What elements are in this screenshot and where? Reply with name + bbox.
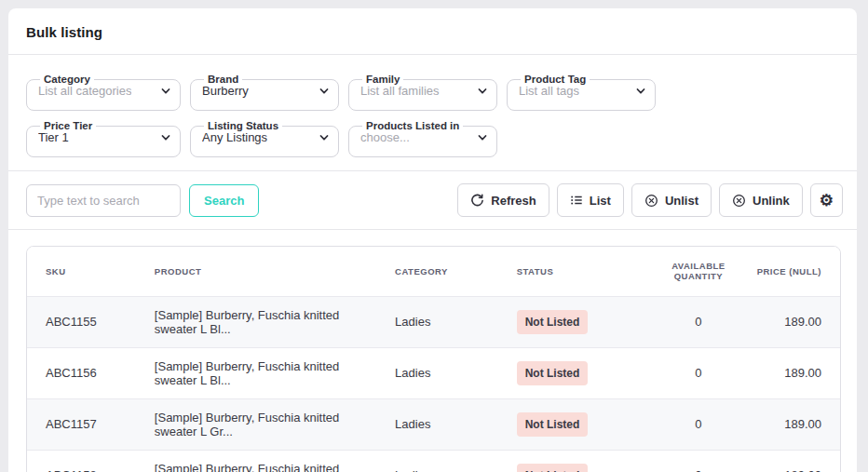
sku-cell: ABC1157 xyxy=(27,398,147,450)
sku-cell: ABC1158 xyxy=(27,450,147,472)
family-filter[interactable]: Family List all families xyxy=(348,74,497,111)
status-cell: Not Listed xyxy=(509,347,648,398)
chevron-down-icon xyxy=(478,133,487,142)
filters-section: Category List all categories Brand Burbe… xyxy=(8,55,857,171)
list-button[interactable]: List xyxy=(557,183,624,217)
filter-row-2: Price Tier Tier 1 Listing Status Any Lis… xyxy=(26,120,839,157)
table-row[interactable]: ABC1156 [Sample] Burberry, Fuschia knitt… xyxy=(27,347,840,398)
chevron-down-icon xyxy=(319,133,329,142)
product-cell: [Sample] Burberry, Fuschia knitted sweat… xyxy=(147,450,387,472)
table-row[interactable]: ABC1157 [Sample] Burberry, Fuschia knitt… xyxy=(27,398,840,450)
search-input[interactable] xyxy=(26,184,181,217)
listing-status-filter[interactable]: Listing Status Any Listings xyxy=(190,120,339,157)
category-cell: Ladies xyxy=(387,296,509,347)
filter-row-1: Category List all categories Brand Burbe… xyxy=(26,74,839,111)
column-header-category: CATEGORY xyxy=(387,247,509,296)
circle-x-icon xyxy=(644,194,658,208)
unlink-button-label: Unlink xyxy=(753,194,790,208)
settings-button[interactable]: ⚙ xyxy=(810,183,843,217)
column-header-available-quantity: AVAILABLE QUANTITY xyxy=(647,247,749,296)
sku-cell: ABC1155 xyxy=(27,296,147,347)
table-body: ABC1155 [Sample] Burberry, Fuschia knitt… xyxy=(27,296,840,472)
price-tier-filter[interactable]: Price Tier Tier 1 xyxy=(26,120,181,157)
column-header-status: STATUS xyxy=(509,247,648,296)
page-title: Bulk listing xyxy=(26,24,839,40)
table-row[interactable]: ABC1155 [Sample] Burberry, Fuschia knitt… xyxy=(27,296,840,347)
list-button-label: List xyxy=(590,194,611,208)
category-filter-value: List all categories xyxy=(38,84,131,98)
refresh-button-label: Refresh xyxy=(491,194,536,208)
products-listed-in-filter-value: choose... xyxy=(360,130,410,144)
status-badge: Not Listed xyxy=(517,361,589,385)
status-cell: Not Listed xyxy=(509,296,648,347)
column-header-product: PRODUCT xyxy=(147,247,387,296)
status-cell: Not Listed xyxy=(509,450,648,472)
product-tag-filter-value: List all tags xyxy=(519,84,579,98)
family-filter-value: List all families xyxy=(360,84,440,98)
circle-x-icon xyxy=(732,194,746,208)
price-cell: 189.00 xyxy=(750,398,840,450)
status-badge: Not Listed xyxy=(517,464,589,472)
bulk-listing-card: Bulk listing Category List all categorie… xyxy=(8,8,857,472)
refresh-icon xyxy=(470,194,484,208)
product-tag-filter[interactable]: Product Tag List all tags xyxy=(507,74,656,111)
category-cell: Ladies xyxy=(387,450,509,472)
products-table: SKU PRODUCT CATEGORY STATUS AVAILABLE QU… xyxy=(27,247,840,472)
unlink-button[interactable]: Unlink xyxy=(719,183,803,217)
listing-status-filter-value: Any Listings xyxy=(202,130,267,144)
quantity-cell: 0 xyxy=(647,398,749,450)
products-listed-in-filter[interactable]: Products Listed in choose... xyxy=(348,120,497,157)
quantity-cell: 0 xyxy=(647,296,749,347)
category-filter[interactable]: Category List all categories xyxy=(26,74,181,111)
quantity-cell: 0 xyxy=(647,450,749,472)
price-tier-filter-value: Tier 1 xyxy=(38,130,69,144)
brand-filter-value: Burberry xyxy=(202,84,249,98)
brand-filter[interactable]: Brand Burberry xyxy=(190,74,339,111)
chevron-down-icon xyxy=(161,133,170,142)
column-header-price: PRICE (NULL) xyxy=(750,247,840,296)
gear-icon: ⚙ xyxy=(820,193,834,209)
status-badge: Not Listed xyxy=(517,310,589,334)
table-header: SKU PRODUCT CATEGORY STATUS AVAILABLE QU… xyxy=(27,247,840,296)
sku-cell: ABC1156 xyxy=(27,347,147,398)
refresh-button[interactable]: Refresh xyxy=(457,183,549,217)
chevron-down-icon xyxy=(319,87,329,96)
chevron-down-icon xyxy=(161,87,170,96)
price-cell: 189.00 xyxy=(750,347,840,398)
chevron-down-icon xyxy=(636,87,645,96)
search-toolbar: Search Refresh List Unlist xyxy=(8,171,857,230)
page-header: Bulk listing xyxy=(8,8,857,55)
action-buttons: Refresh List Unlist Unlink xyxy=(457,183,843,217)
price-cell: 189.00 xyxy=(750,296,840,347)
category-cell: Ladies xyxy=(387,347,509,398)
table-row[interactable]: ABC1158 [Sample] Burberry, Fuschia knitt… xyxy=(27,450,840,472)
status-badge: Not Listed xyxy=(517,412,589,437)
status-cell: Not Listed xyxy=(509,398,648,450)
quantity-cell: 0 xyxy=(647,347,749,398)
category-cell: Ladies xyxy=(387,398,509,450)
search-button[interactable]: Search xyxy=(189,184,259,217)
chevron-down-icon xyxy=(478,87,487,96)
product-cell: [Sample] Burberry, Fuschia knitted sweat… xyxy=(147,398,387,450)
unlist-button-label: Unlist xyxy=(665,194,698,208)
unlist-button[interactable]: Unlist xyxy=(631,183,712,217)
column-header-sku: SKU xyxy=(27,247,147,296)
products-table-card: SKU PRODUCT CATEGORY STATUS AVAILABLE QU… xyxy=(26,246,841,472)
product-cell: [Sample] Burberry, Fuschia knitted sweat… xyxy=(147,296,387,347)
price-cell: 189.00 xyxy=(750,450,840,472)
product-cell: [Sample] Burberry, Fuschia knitted sweat… xyxy=(147,347,387,398)
list-icon xyxy=(570,194,583,207)
